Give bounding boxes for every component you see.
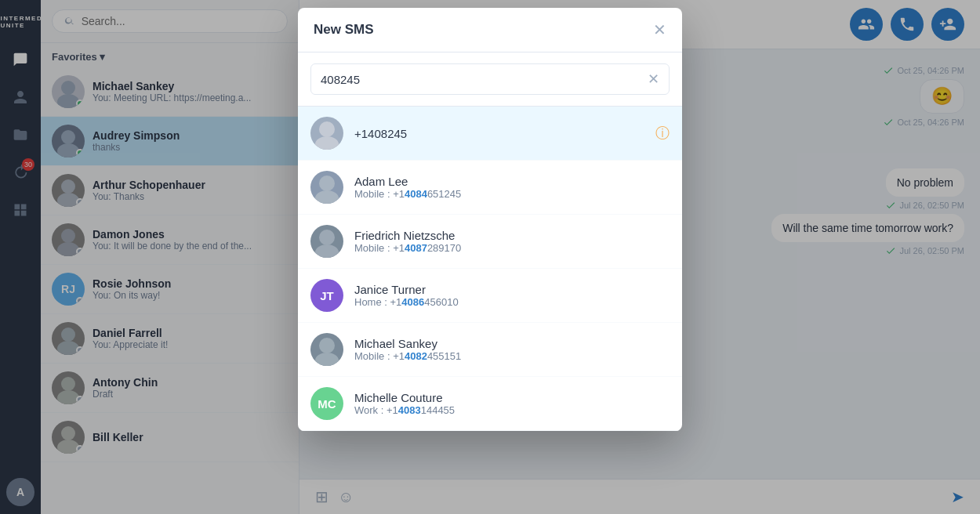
result-info: Friedrich Nietzsche Mobile : +1408728917… [354, 229, 670, 254]
result-sub: Mobile : +14087289170 [354, 242, 670, 254]
result-sub: Mobile : +14084651245 [354, 188, 670, 200]
modal-overlay: New SMS ✕ ✕ +1408245 ⓘ [0, 0, 980, 514]
avatar [310, 171, 343, 204]
svg-point-18 [315, 190, 339, 204]
svg-point-19 [319, 230, 335, 245]
modal-clear-button[interactable]: ✕ [648, 71, 659, 88]
result-name: Michelle Couture [354, 391, 670, 404]
result-sub: Mobile : +14082455151 [354, 350, 670, 362]
result-sub: Work : +14083144455 [354, 404, 670, 416]
svg-point-21 [319, 338, 335, 353]
svg-point-20 [315, 244, 339, 258]
avatar [310, 225, 343, 258]
result-info: Janice Turner Home : +14086456010 [354, 283, 670, 308]
info-icon[interactable]: ⓘ [655, 124, 670, 143]
svg-point-22 [315, 353, 339, 366]
result-name: +1408245 [354, 127, 644, 140]
svg-point-16 [315, 136, 339, 150]
result-info: Adam Lee Mobile : +14084651245 [354, 175, 670, 200]
modal-close-button[interactable]: ✕ [653, 20, 666, 39]
result-item[interactable]: Adam Lee Mobile : +14084651245 [298, 161, 682, 215]
result-name: Friedrich Nietzsche [354, 229, 670, 242]
result-item[interactable]: JT Janice Turner Home : +14086456010 [298, 269, 682, 323]
avatar: JT [310, 279, 343, 312]
avatar: MC [310, 387, 343, 420]
modal-search-wrap[interactable]: ✕ [310, 63, 670, 95]
result-item[interactable]: MC Michelle Couture Work : +14083144455 [298, 377, 682, 431]
modal-search-input[interactable] [321, 73, 641, 86]
result-info: Michael Sankey Mobile : +14082455151 [354, 337, 670, 362]
modal-header: New SMS ✕ [298, 8, 682, 52]
result-name: Michael Sankey [354, 337, 670, 350]
svg-point-15 [319, 121, 335, 137]
result-item[interactable]: Friedrich Nietzsche Mobile : +1408728917… [298, 215, 682, 269]
avatar [310, 333, 343, 366]
result-item[interactable]: +1408245 ⓘ [298, 107, 682, 161]
svg-point-17 [319, 176, 335, 191]
result-name: Adam Lee [354, 175, 670, 188]
modal-results: +1408245 ⓘ Adam Lee Mobile : +1408465124… [298, 107, 682, 431]
avatar [310, 117, 343, 150]
modal-search-section: ✕ [298, 52, 682, 107]
result-info: Michelle Couture Work : +14083144455 [354, 391, 670, 416]
result-info: +1408245 [354, 127, 644, 140]
modal-title: New SMS [314, 22, 374, 38]
new-sms-modal: New SMS ✕ ✕ +1408245 ⓘ [298, 8, 682, 431]
result-name: Janice Turner [354, 283, 670, 296]
result-sub: Home : +14086456010 [354, 296, 670, 308]
result-item[interactable]: Michael Sankey Mobile : +14082455151 [298, 323, 682, 377]
